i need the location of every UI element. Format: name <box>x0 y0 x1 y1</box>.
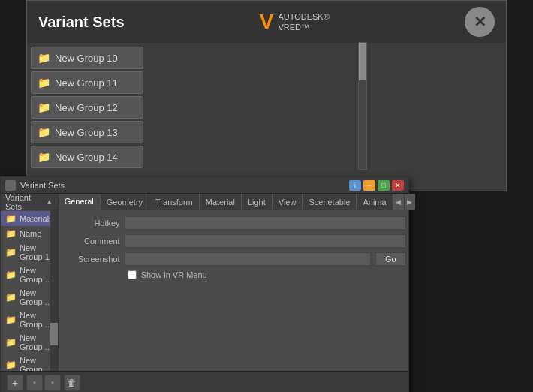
folder-icon: 📁 <box>5 337 17 348</box>
bg-list-item[interactable]: 📁New Group 11 <box>31 71 143 94</box>
tab-transform[interactable]: Transform <box>149 194 200 210</box>
folder-icon: 📁 <box>5 228 17 239</box>
vred-header: Variant Sets V AUTODESK® VRED™ ✕ <box>27 1 506 43</box>
list-item[interactable]: 📁New Group ... <box>1 331 58 354</box>
tab-material[interactable]: Material <box>200 194 242 210</box>
folder-icon: 📁 <box>5 292 17 303</box>
comment-input[interactable] <box>125 234 406 248</box>
bg-groups-list: 📁New Group 10📁New Group 11📁New Group 12📁… <box>27 43 147 172</box>
add-button[interactable]: + <box>7 375 23 391</box>
left-list: 📁Materials📁Name📁New Group 1📁New Group ..… <box>1 210 58 371</box>
bg-list-item[interactable]: 📁New Group 12 <box>31 96 143 119</box>
window-icon <box>5 180 16 191</box>
tab-scroll-buttons: ◀ ▶ <box>393 194 415 210</box>
screenshot-row: Screenshot Go <box>68 252 406 266</box>
main-titlebar: Variant Sets i – □ ✕ <box>1 177 408 194</box>
tab-light[interactable]: Light <box>242 194 273 210</box>
bottom-toolbar: + ● ● 🗑 <box>1 371 408 392</box>
tab-geometry[interactable]: Geometry <box>101 194 149 210</box>
show-vr-label: Show in VR Menu <box>141 270 207 279</box>
vred-logo: V AUTODESK® VRED™ <box>260 10 330 34</box>
bg-list-item[interactable]: 📁New Group 13 <box>31 121 143 143</box>
tab-scroll-left[interactable]: ◀ <box>393 194 404 210</box>
folder-icon: 📁 <box>5 213 17 224</box>
list-item[interactable]: 📁New Group ... <box>1 286 58 309</box>
show-vr-checkbox[interactable] <box>128 270 137 279</box>
screenshot-label: Screenshot <box>68 255 120 264</box>
folder-icon: 📁 <box>5 360 17 370</box>
tab-scroll-right[interactable]: ▶ <box>405 194 415 210</box>
list-scrollbar-thumb[interactable] <box>50 323 58 345</box>
tab-general[interactable]: General <box>59 194 101 210</box>
left-panel: Variant Sets ▲ 📁Materials📁Name📁New Group… <box>1 194 59 371</box>
list-item[interactable]: 📁New Group ... <box>1 354 58 371</box>
window-title: Variant Sets <box>20 181 65 190</box>
vred-background-window: Variant Sets V AUTODESK® VRED™ ✕ 📁New Gr… <box>26 0 507 191</box>
list-item[interactable]: 📁New Group ... <box>1 309 58 331</box>
bg-list-item[interactable]: 📁New Group 10 <box>31 47 143 69</box>
list-item[interactable]: 📁Materials <box>1 211 58 226</box>
minimize-button[interactable]: – <box>363 180 375 191</box>
list-scrollbar[interactable] <box>50 210 58 371</box>
vred-close-button[interactable]: ✕ <box>465 7 495 37</box>
right-panel: GeneralGeometryTransformMaterialLightVie… <box>59 194 415 371</box>
main-content: Variant Sets ▲ 📁Materials📁Name📁New Group… <box>1 194 408 371</box>
left-panel-header: Variant Sets ▲ <box>1 194 58 210</box>
titlebar-left: Variant Sets <box>5 180 65 191</box>
list-item[interactable]: 📁New Group 1 <box>1 241 58 264</box>
folder-icon: 📁 <box>38 126 50 138</box>
comment-label: Comment <box>68 237 120 246</box>
folder-icon: 📁 <box>38 151 50 163</box>
main-variant-sets-window: Variant Sets i – □ ✕ Variant Sets ▲ 📁Mat… <box>0 176 409 392</box>
list-item[interactable]: 📁Name <box>1 226 58 241</box>
bg-list-item[interactable]: 📁New Group 14 <box>31 146 143 168</box>
bg-scrollbar[interactable] <box>358 42 367 170</box>
folder-icon: 📁 <box>38 52 50 64</box>
folder-icon: 📁 <box>5 270 17 280</box>
folder-icon: 📁 <box>38 101 50 113</box>
screenshot-preview <box>125 252 371 266</box>
titlebar-controls: i – □ ✕ <box>349 180 404 191</box>
close-button[interactable]: ✕ <box>392 180 404 191</box>
go-button[interactable]: Go <box>375 252 406 266</box>
vred-title: Variant Sets <box>38 14 125 31</box>
folder-icon: 📁 <box>5 247 17 258</box>
left-panel-title: Variant Sets <box>5 193 46 211</box>
dots-group: ● ● <box>26 375 61 391</box>
info-button[interactable]: i <box>349 180 361 191</box>
folder-icon: 📁 <box>5 315 17 325</box>
comment-row: Comment <box>68 234 406 248</box>
hotkey-input[interactable] <box>125 216 406 230</box>
bg-scrollbar-thumb[interactable] <box>359 43 366 80</box>
tab-content: Hotkey Comment Screenshot Go Show in VR … <box>59 210 415 371</box>
hotkey-row: Hotkey <box>68 216 406 230</box>
maximize-button[interactable]: □ <box>378 180 390 191</box>
dot1-button[interactable]: ● <box>26 375 43 391</box>
show-vr-row: Show in VR Menu <box>68 270 406 279</box>
vred-logo-v: V <box>260 10 274 34</box>
expand-arrow[interactable]: ▲ <box>46 198 53 206</box>
delete-button[interactable]: 🗑 <box>64 375 80 391</box>
hotkey-label: Hotkey <box>68 219 120 228</box>
vred-logo-text: AUTODESK® VRED™ <box>278 11 329 33</box>
tab-anima[interactable]: Anima <box>357 194 393 210</box>
left-list-items: 📁Materials📁Name📁New Group 1📁New Group ..… <box>1 210 58 371</box>
dot2-button[interactable]: ● <box>44 375 61 391</box>
folder-icon: 📁 <box>38 77 50 89</box>
tab-scenetable[interactable]: Scenetable <box>303 194 357 210</box>
list-item[interactable]: 📁New Group ... <box>1 264 58 286</box>
tab-view[interactable]: View <box>273 194 303 210</box>
tabs-row: GeneralGeometryTransformMaterialLightVie… <box>59 194 415 210</box>
